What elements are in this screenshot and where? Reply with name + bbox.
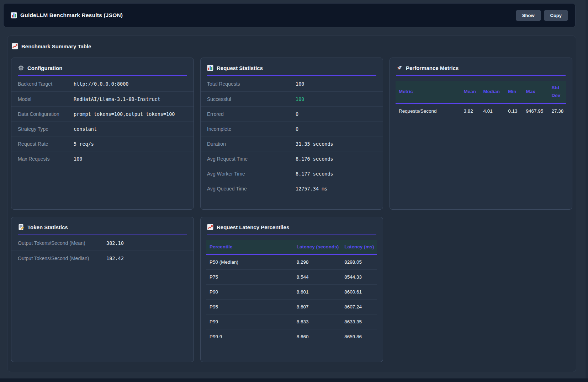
request-statistics-card: Request Statistics Total Requests 100 Su… [200, 58, 383, 210]
column-header: Latency (ms) [341, 240, 377, 254]
field-value: constant [74, 126, 97, 132]
latency-percentiles-table: Percentile Latency (seconds) Latency (ms… [206, 240, 377, 344]
column-header: Mean [460, 81, 480, 103]
show-button[interactable]: Show [516, 10, 541, 21]
bar-chart-icon [11, 12, 17, 18]
config-row: Model RedHatAI/Llama-3.1-8B-Instruct [11, 91, 194, 106]
card-title: Performance Metrics [406, 65, 459, 71]
field-label: Request Rate [18, 141, 74, 147]
field-value: 5 req/s [74, 141, 94, 147]
column-header: Metric [396, 81, 460, 103]
section-title: Benchmark Summary Table [21, 43, 91, 49]
latency-ms: 8633.35 [341, 314, 377, 329]
table-row: Requests/Second 3.82 4.01 0.13 9467.95 2… [396, 103, 566, 118]
latency-seconds: 8.633 [293, 314, 341, 329]
field-value: 382.10 [106, 240, 124, 246]
performance-metrics-table: Metric Mean Median Min Max Std Dev Reque… [396, 81, 566, 118]
gear-icon [18, 65, 24, 71]
stat-row: Avg Queued Time 12757.34 ms [201, 181, 383, 196]
field-label: Output Tokens/Second (Median) [18, 255, 106, 261]
field-value: 12757.34 ms [296, 186, 327, 192]
latency-seconds: 8.660 [293, 329, 341, 344]
table-row: P99.9 8.660 8659.86 [206, 329, 377, 344]
field-value: 0 [296, 126, 298, 132]
field-value: 182.42 [106, 255, 124, 261]
metric-name: Requests/Second [396, 103, 460, 118]
column-header: Min [505, 81, 523, 103]
metric-median: 4.01 [480, 103, 505, 118]
latency-ms: 8607.24 [341, 299, 377, 314]
config-row: Strategy Type constant [11, 121, 194, 136]
benchmark-summary-panel: Benchmark Summary Table Configuration Ba… [7, 36, 576, 372]
field-label: Output Tokens/Second (Mean) [18, 240, 106, 246]
token-row: Output Tokens/Second (Mean) 382.10 [11, 236, 194, 251]
column-header: Std Dev [549, 81, 566, 103]
rocket-icon [396, 65, 403, 71]
field-label: Incomplete [207, 126, 296, 132]
accent-rule [18, 235, 187, 235]
latency-seconds: 8.601 [293, 284, 341, 299]
token-row: Output Tokens/Second (Median) 182.42 [11, 251, 194, 265]
percentile-name: P75 [206, 269, 293, 284]
field-label: Data Configuration [18, 111, 74, 117]
latency-seconds: 8.298 [293, 254, 341, 269]
percentile-name: P95 [206, 299, 293, 314]
header-panel: GuideLLM Benchmark Results (JSON) Show C… [3, 3, 576, 27]
stat-row: Errored 0 [201, 106, 383, 121]
column-header: Percentile [206, 240, 293, 254]
accent-rule [18, 75, 187, 76]
table-row: P95 8.607 8607.24 [206, 299, 377, 314]
stat-row: Total Requests 100 [201, 76, 383, 91]
copy-button[interactable]: Copy [544, 10, 568, 21]
latency-ms: 8544.33 [341, 269, 377, 284]
card-title: Configuration [27, 65, 62, 71]
metric-min: 0.13 [505, 103, 523, 118]
field-value: 100 [296, 81, 304, 87]
stat-row: Avg Worker Time 8.177 seconds [201, 166, 383, 181]
table-row: P90 8.601 8600.61 [206, 284, 377, 299]
percentile-name: P90 [206, 284, 293, 299]
config-row: Data Configuration prompt_tokens=100,out… [11, 106, 194, 121]
table-header-row: Metric Mean Median Min Max Std Dev [396, 81, 566, 103]
field-label: Max Requests [18, 156, 74, 162]
table-row: P50 (Median) 8.298 8298.05 [206, 254, 377, 269]
app-title: GuideLLM Benchmark Results (JSON) [20, 12, 123, 18]
percentile-name: P50 (Median) [206, 254, 293, 269]
metric-mean: 3.82 [460, 103, 480, 118]
chart-increasing-icon [207, 224, 213, 230]
percentile-name: P99.9 [206, 329, 293, 344]
table-row: P75 8.544 8544.33 [206, 269, 377, 284]
accent-rule [207, 235, 376, 235]
latency-ms: 8659.86 [341, 329, 377, 344]
field-label: Backend Target [18, 81, 74, 87]
latency-ms: 8600.61 [341, 284, 377, 299]
config-row: Backend Target http://0.0.0.0:8000 [11, 76, 194, 91]
field-label: Avg Queued Time [207, 186, 296, 192]
card-title: Token Statistics [27, 224, 68, 230]
config-row: Max Requests 100 [11, 151, 194, 166]
field-label: Successful [207, 96, 296, 102]
configuration-card: Configuration Backend Target http://0.0.… [11, 58, 194, 210]
stat-row: Successful 100 [201, 91, 383, 106]
stat-row: Incomplete 0 [201, 121, 383, 136]
table-header-row: Percentile Latency (seconds) Latency (ms… [206, 240, 377, 254]
bottom-edge-bar [0, 378, 588, 382]
field-label: Avg Request Time [207, 156, 296, 162]
field-value: 0 [296, 111, 298, 117]
field-value: 100 [74, 156, 82, 162]
field-label: Strategy Type [18, 126, 74, 132]
column-header: Latency (seconds) [293, 240, 341, 254]
field-value: 8.176 seconds [296, 156, 333, 162]
latency-ms: 8298.05 [341, 254, 377, 269]
metric-max: 9467.95 [523, 103, 549, 118]
field-value: 31.35 seconds [296, 141, 333, 147]
latency-seconds: 8.544 [293, 269, 341, 284]
card-title: Request Latency Percentiles [217, 224, 289, 230]
right-edge-gutter [586, 0, 588, 382]
stat-row: Avg Request Time 8.176 seconds [201, 151, 383, 166]
latency-seconds: 8.607 [293, 299, 341, 314]
config-row: Request Rate 5 req/s [11, 136, 194, 151]
bar-chart-icon [207, 65, 213, 71]
card-title: Request Statistics [217, 65, 263, 71]
column-header: Median [480, 81, 505, 103]
